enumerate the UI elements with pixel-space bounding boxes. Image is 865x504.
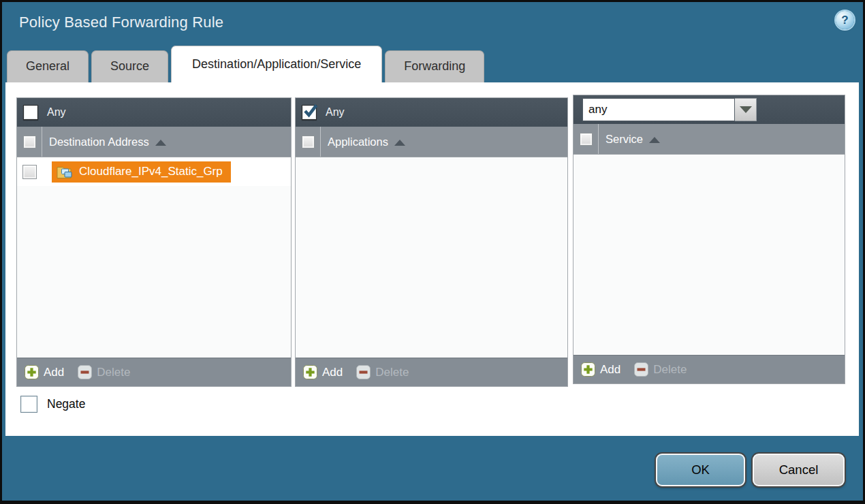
negate-label: Negate xyxy=(47,397,85,411)
service-dropdown-row: any xyxy=(573,95,845,124)
service-dropdown-value[interactable]: any xyxy=(582,98,735,121)
delete-button[interactable]: Delete xyxy=(78,365,130,379)
add-label: Add xyxy=(600,363,620,377)
negate-checkbox[interactable] xyxy=(20,396,37,413)
selected-address-group-item[interactable]: Cloudflare_IPv4_Static_Grp xyxy=(52,161,231,183)
list-item: Cloudflare_IPv4_Static_Grp xyxy=(17,157,291,186)
address-group-icon xyxy=(57,165,74,179)
chevron-down-icon xyxy=(740,106,752,113)
service-column-header[interactable]: Service xyxy=(606,133,643,146)
tab-source[interactable]: Source xyxy=(91,50,168,82)
service-list xyxy=(573,155,845,355)
add-button[interactable]: Add xyxy=(25,365,64,379)
add-icon xyxy=(581,362,595,377)
dialog-title: Policy Based Forwarding Rule xyxy=(19,14,223,31)
applications-any-checkbox[interactable] xyxy=(302,105,317,120)
checkmark-icon xyxy=(302,102,319,119)
sort-asc-icon xyxy=(649,137,660,143)
destination-header-row: Destination Address xyxy=(17,127,291,157)
content-panel: Any Destination Address xyxy=(5,82,859,436)
delete-icon xyxy=(78,365,92,379)
add-icon xyxy=(25,365,39,379)
service-select-all-gutter xyxy=(573,124,599,154)
sort-asc-icon xyxy=(155,140,166,146)
delete-button[interactable]: Delete xyxy=(634,362,687,377)
add-button[interactable]: Add xyxy=(581,362,620,377)
delete-icon xyxy=(634,362,648,377)
add-button[interactable]: Add xyxy=(303,365,343,379)
delete-icon xyxy=(356,365,371,379)
add-icon xyxy=(303,365,317,379)
applications-any-label: Any xyxy=(326,106,345,119)
add-label: Add xyxy=(322,366,343,379)
destination-footer: Add Delete xyxy=(17,358,291,386)
applications-select-all-checkbox[interactable] xyxy=(302,136,315,148)
add-label: Add xyxy=(44,366,64,379)
ok-button[interactable]: OK xyxy=(656,454,745,486)
destination-list: Cloudflare_IPv4_Static_Grp xyxy=(17,157,291,358)
row-checkbox[interactable] xyxy=(22,165,37,179)
destination-column-header[interactable]: Destination Address xyxy=(49,136,149,148)
tab-general[interactable]: General xyxy=(7,50,89,82)
help-glyph: ? xyxy=(841,14,848,27)
delete-button[interactable]: Delete xyxy=(356,365,409,379)
applications-any-row: Any xyxy=(296,98,567,127)
destination-address-column: Any Destination Address xyxy=(16,97,292,387)
address-group-name: Cloudflare_IPv4_Static_Grp xyxy=(79,165,223,178)
applications-header-row: Applications xyxy=(296,127,567,157)
applications-column: Any Applications Add xyxy=(295,97,568,387)
pbf-rule-dialog: Policy Based Forwarding Rule ? General S… xyxy=(0,0,865,504)
tab-bar: General Source Destination/Application/S… xyxy=(7,46,484,82)
applications-select-all-gutter xyxy=(296,127,321,157)
tab-destination-application-service[interactable]: Destination/Application/Service xyxy=(171,46,382,82)
applications-column-header[interactable]: Applications xyxy=(328,136,388,148)
service-footer: Add Delete xyxy=(573,355,845,383)
service-header-row: Service xyxy=(573,124,845,155)
destination-any-row: Any xyxy=(17,98,291,127)
service-select-all-checkbox[interactable] xyxy=(580,133,593,146)
help-icon[interactable]: ? xyxy=(836,11,854,29)
applications-list xyxy=(296,157,567,358)
delete-label: Delete xyxy=(653,363,687,377)
delete-label: Delete xyxy=(375,366,409,379)
destination-select-all-checkbox[interactable] xyxy=(23,136,36,148)
negate-row: Negate xyxy=(20,396,85,413)
sort-asc-icon xyxy=(394,140,405,146)
destination-any-label: Any xyxy=(47,106,66,119)
service-dropdown-button[interactable] xyxy=(735,98,757,121)
service-column: any Service xyxy=(573,95,845,384)
delete-label: Delete xyxy=(97,366,130,379)
tab-forwarding[interactable]: Forwarding xyxy=(385,50,484,82)
destination-select-all-gutter xyxy=(17,127,42,157)
cancel-button[interactable]: Cancel xyxy=(753,454,845,486)
service-dropdown: any xyxy=(582,98,757,121)
applications-footer: Add Delete xyxy=(296,358,567,386)
destination-any-checkbox[interactable] xyxy=(23,105,38,120)
